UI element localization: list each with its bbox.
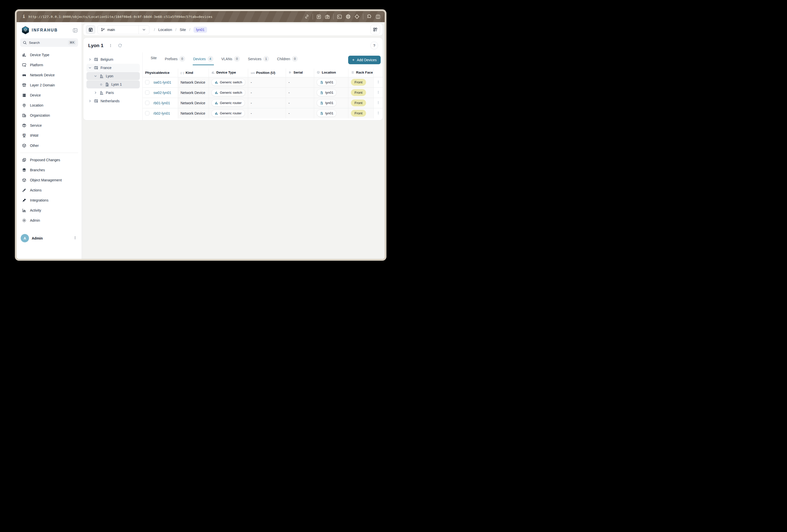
sidebar-item-organization[interactable]: Organization [20, 110, 78, 121]
sidebar-item-activity[interactable]: Activity [20, 205, 78, 215]
tab-services[interactable]: Services 1 [248, 55, 270, 65]
sidebar-item-integrations[interactable]: Integrations [20, 195, 78, 205]
platform-icon [22, 63, 27, 67]
tree-item-france[interactable]: France [86, 64, 140, 72]
device-link[interactable]: sw02-lyn01 [153, 91, 171, 95]
location-pill[interactable]: lyn01 [317, 89, 337, 96]
building-city-icon [99, 74, 104, 78]
col-location: Location [314, 68, 348, 77]
row-kebab-icon[interactable] [376, 90, 380, 94]
refresh-icon[interactable] [118, 43, 123, 48]
tab-prefixes[interactable]: Prefixes 0 [164, 55, 186, 65]
device-link[interactable]: sw01-lyn01 [153, 80, 171, 84]
sidebar-item-label: Organization [30, 113, 50, 118]
tree-item-label: Lyon 1 [111, 82, 122, 86]
tab-vlans[interactable]: VLANs 0 [221, 55, 240, 65]
breadcrumb-location[interactable]: Location [158, 28, 172, 32]
chevron-right-icon[interactable] [88, 100, 92, 103]
device-type-pill[interactable]: Generic router [211, 110, 245, 117]
row-kebab-icon[interactable] [376, 101, 380, 105]
location-pill[interactable]: lyn01 [317, 110, 337, 117]
title-kebab-icon[interactable] [109, 44, 113, 48]
link-icon[interactable] [304, 14, 310, 19]
row-checkbox[interactable] [145, 101, 149, 105]
chevron-down-icon[interactable] [88, 66, 92, 69]
row-kebab-icon[interactable] [376, 111, 380, 115]
sidebar-item-location[interactable]: Location [20, 100, 78, 110]
schema-apps-button[interactable] [370, 25, 380, 35]
row-checkbox[interactable] [145, 90, 149, 95]
tree-item-belgium[interactable]: Belgium [86, 56, 140, 63]
terminal-icon[interactable] [337, 14, 342, 19]
user-kebab-icon[interactable] [73, 236, 77, 241]
infrahub-logo-icon [22, 26, 29, 34]
branch-selector[interactable]: main [98, 25, 149, 34]
url-text[interactable]: http://127.0.0.1:8000/objects/LocationSi… [28, 15, 212, 19]
row-kebab-icon[interactable] [376, 80, 380, 84]
tab-devices[interactable]: Devices 4 [193, 55, 214, 65]
device-type-pill[interactable]: Generic router [211, 99, 245, 107]
chevron-down-icon[interactable] [94, 75, 97, 78]
row-checkbox[interactable] [145, 80, 149, 84]
breadcrumb-site[interactable]: Site [179, 28, 186, 32]
sidebar-item-branches[interactable]: Branches [20, 165, 78, 175]
tree-item-netherlands[interactable]: Netherlands [86, 97, 140, 105]
serial-value: - [289, 101, 290, 105]
chevron-down-icon[interactable] [139, 25, 149, 34]
breadcrumb-current[interactable]: lyn01 [193, 27, 207, 33]
sidebar-item-label: Platform [30, 63, 43, 67]
device-type-pill[interactable]: Generic switch [211, 89, 246, 96]
tree-item-lyon-1[interactable]: Lyon 1 [86, 80, 140, 88]
add-devices-button[interactable]: + Add Devices [348, 56, 381, 64]
building-office-icon [320, 112, 323, 115]
sidebar-item-other[interactable]: Other [20, 141, 78, 151]
kind-value: Network Device [180, 111, 205, 115]
sidebar-item-ipam[interactable]: IP IPAM [20, 130, 78, 141]
breadcrumb-separator: / [175, 27, 176, 32]
screenshot-icon[interactable] [316, 14, 321, 19]
titlebar-separator [313, 14, 313, 19]
sidebar-item-admin[interactable]: Admin [20, 215, 78, 226]
sidebar-item-layer2-domain[interactable]: Layer 2 Domain [20, 80, 78, 90]
sidebar-item-network-device[interactable]: Network Device [20, 70, 78, 80]
camera-icon[interactable] [325, 14, 330, 19]
chevron-right-icon[interactable] [94, 91, 97, 94]
device-link[interactable]: rb01-lyn01 [153, 101, 170, 105]
sidebar-item-device-type[interactable]: Device Type [20, 50, 78, 60]
sidebar-item-object-management[interactable]: Object Management [20, 175, 78, 185]
user-menu[interactable]: A Admin [17, 232, 82, 244]
search-icon [23, 41, 27, 45]
help-button[interactable]: ? [370, 42, 378, 49]
device-type-pill[interactable]: Generic switch [211, 79, 246, 86]
gps-target-icon[interactable] [354, 14, 360, 19]
sidebar-item-platform[interactable]: Platform [20, 60, 78, 70]
sidebar-item-actions[interactable]: Actions [20, 185, 78, 195]
device-link[interactable]: rb02-lyn01 [153, 111, 170, 115]
sidebar-item-label: Object Management [30, 178, 62, 182]
time-travel-button[interactable] [86, 25, 95, 34]
browser-titlebar: i http://127.0.0.1:8000/objects/Location… [17, 11, 385, 22]
puzzle-extension-icon[interactable] [366, 14, 372, 19]
tab-count-badge: 0 [179, 56, 185, 62]
tab-site[interactable]: Site [150, 55, 157, 63]
header-bar: main / Location / Site / lyn01 [83, 24, 383, 36]
location-pill[interactable]: lyn01 [317, 99, 337, 107]
sidebar-item-device[interactable]: Device [20, 90, 78, 100]
chevron-right-icon[interactable] [88, 58, 92, 61]
sidebar-item-service[interactable]: Service [20, 121, 78, 130]
tree-item-paris[interactable]: Paris [86, 89, 140, 97]
split-view-icon[interactable] [375, 14, 381, 19]
layer2-icon [22, 83, 27, 87]
serial-value: - [289, 91, 290, 95]
map-pin-icon [22, 103, 27, 108]
rack-face-badge: Front [351, 110, 366, 116]
building-office-icon [105, 82, 109, 87]
tab-children[interactable]: Children 0 [277, 55, 298, 65]
sidebar-item-proposed-changes[interactable]: Proposed Changes [20, 155, 78, 165]
row-checkbox[interactable] [145, 111, 149, 115]
globe-icon[interactable] [345, 14, 351, 19]
tree-item-lyon[interactable]: Lyon [86, 72, 140, 80]
search-input[interactable]: Search ⌘K [20, 38, 78, 47]
location-pill[interactable]: lyn01 [317, 79, 337, 86]
sidebar-collapse-icon[interactable] [72, 27, 78, 33]
